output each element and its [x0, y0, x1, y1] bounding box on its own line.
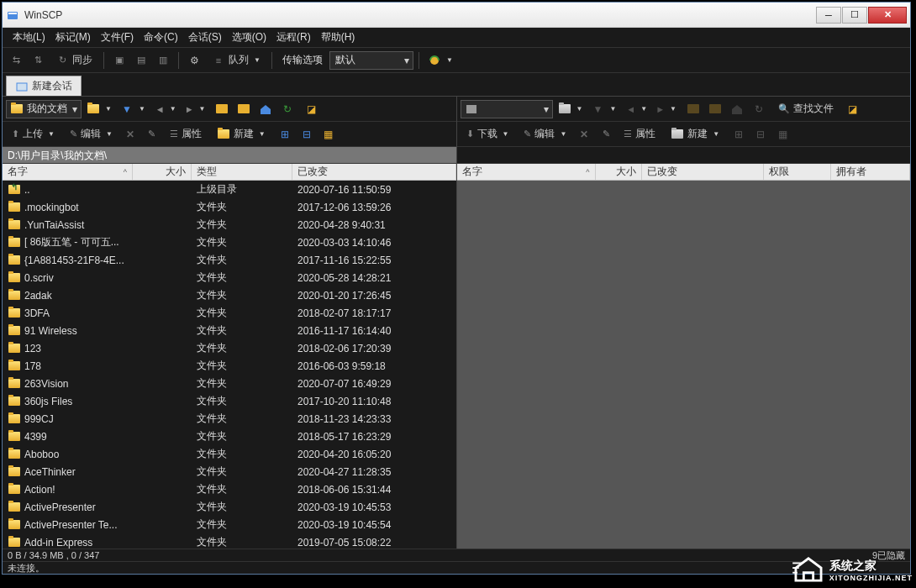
file-row[interactable]: 91 Wireless文件夹2016-11-17 16:14:40 — [3, 322, 456, 339]
local-props-button[interactable]: ☰属性 — [164, 124, 208, 144]
toolbar-refresh-remote[interactable]: ▼ — [424, 50, 456, 71]
remote-minus-icon[interactable]: ⊟ — [750, 124, 771, 144]
remote-plus-icon[interactable]: ⊞ — [729, 124, 749, 144]
local-drive-combo[interactable]: 我的文档▾ — [6, 100, 82, 118]
remote-hdr-owner[interactable]: 拥有者 — [831, 164, 911, 180]
file-row[interactable]: 3DFA文件夹2018-02-07 18:17:17 — [3, 304, 456, 322]
remote-hdr-rights[interactable]: 权限 — [764, 164, 831, 180]
upload-button[interactable]: ⬆上传▼ — [6, 124, 61, 144]
file-type: 文件夹 — [192, 218, 292, 232]
file-row[interactable]: ActivePresenter Te...文件夹2020-03-19 10:45… — [3, 516, 456, 533]
remote-back-icon[interactable]: ◄▼ — [623, 99, 650, 119]
menu-mark[interactable]: 标记(M) — [50, 28, 96, 47]
remote-rename-icon[interactable]: ✎ — [596, 124, 616, 144]
file-row[interactable]: 0.scriv文件夹2020-05-28 14:28:21 — [3, 269, 456, 286]
remote-hdr-changed[interactable]: 已改变 — [642, 164, 764, 180]
local-hdr-size[interactable]: 大小 — [133, 164, 192, 180]
file-name: 91 Wireless — [24, 325, 77, 337]
remote-fwd-icon[interactable]: ►▼ — [652, 99, 680, 119]
toolbar-icon4[interactable]: ▤ — [131, 50, 151, 71]
file-row[interactable]: AceThinker文件夹2020-04-27 11:28:35 — [3, 463, 456, 480]
download-button[interactable]: ⬇下载▼ — [461, 124, 515, 144]
local-fwd-icon[interactable]: ►▼ — [182, 99, 209, 119]
remote-folder-open-icon[interactable]: ▼ — [555, 99, 587, 119]
titlebar[interactable]: WinSCP ─ ☐ ✕ — [3, 3, 910, 28]
menu-file[interactable]: 文件(F) — [96, 28, 139, 47]
menu-remote[interactable]: 远程(R) — [271, 28, 316, 47]
remote-hdr-size[interactable]: 大小 — [596, 164, 642, 180]
local-plus-icon[interactable]: ⊞ — [275, 124, 295, 144]
remote-filter-icon[interactable]: ▼▼ — [587, 99, 619, 119]
menu-command[interactable]: 命令(C) — [139, 28, 183, 47]
remote-drive-combo[interactable]: ▾ — [461, 100, 553, 118]
menu-session[interactable]: 会话(S) — [183, 28, 227, 47]
file-row[interactable]: Aboboo文件夹2020-04-20 16:05:20 — [3, 445, 456, 463]
settings-button[interactable]: ⚙ — [184, 50, 204, 71]
sync-button[interactable]: ↻同步 — [50, 50, 98, 71]
remote-hdr-name[interactable]: 名字^ — [457, 164, 596, 180]
remote-refresh-icon[interactable]: ↻ — [749, 99, 769, 119]
local-root-icon[interactable] — [234, 99, 254, 119]
file-row[interactable]: .YunTaiAssist文件夹2020-04-28 9:40:31 — [3, 216, 456, 234]
local-hdr-changed[interactable]: 已改变 — [292, 164, 456, 180]
remote-edit-button[interactable]: ✎编辑▼ — [518, 124, 572, 144]
toolbar-icon3[interactable]: ▣ — [109, 50, 129, 71]
find-files-button[interactable]: 🔍查找文件 — [772, 99, 840, 119]
file-row[interactable]: 2adak文件夹2020-01-20 17:26:45 — [3, 286, 456, 304]
file-row[interactable]: [ 86版五笔 - 可可五...文件夹2020-03-03 14:10:46 — [3, 234, 456, 251]
maximize-button[interactable]: ☐ — [842, 7, 867, 24]
file-row[interactable]: 360js Files文件夹2017-10-20 11:10:48 — [3, 392, 456, 410]
remote-filelist[interactable] — [457, 181, 911, 549]
local-delete-icon[interactable]: ✕ — [120, 124, 140, 144]
file-row[interactable]: 4399文件夹2018-05-17 16:23:29 — [3, 428, 456, 445]
toolbar-icon2[interactable]: ⇅ — [28, 50, 48, 71]
remote-delete-icon[interactable]: ✕ — [574, 124, 594, 144]
local-minus-icon[interactable]: ⊟ — [297, 124, 317, 144]
remote-path[interactable] — [457, 147, 911, 164]
new-session-tab[interactable]: 新建会话 — [6, 76, 82, 96]
menu-help[interactable]: 帮助(H) — [316, 28, 361, 47]
local-path[interactable]: D:\用户目录\我的文档\ — [3, 147, 456, 164]
local-new-button[interactable]: 新建▼ — [211, 124, 271, 144]
remote-up-icon[interactable] — [683, 99, 703, 119]
local-sync-browse-icon[interactable]: ◪ — [301, 99, 321, 119]
local-edit-button[interactable]: ✎编辑▼ — [64, 124, 118, 144]
file-row[interactable]: ..上级目录2020-07-16 11:50:59 — [3, 181, 456, 198]
local-home-icon[interactable] — [255, 99, 276, 119]
close-button[interactable]: ✕ — [868, 7, 907, 24]
file-row[interactable]: .mockingbot文件夹2017-12-06 13:59:26 — [3, 198, 456, 216]
local-folder-open-icon[interactable]: ▼ — [83, 99, 115, 119]
remote-root-icon[interactable] — [705, 99, 725, 119]
local-hdr-name[interactable]: 名字^ — [3, 164, 133, 180]
local-rename-icon[interactable]: ✎ — [142, 124, 162, 144]
local-filelist[interactable]: ..上级目录2020-07-16 11:50:59.mockingbot文件夹2… — [3, 181, 456, 549]
file-row[interactable]: {1A881453-21F8-4E...文件夹2017-11-16 15:22:… — [3, 251, 456, 269]
remote-new-button[interactable]: 新建▼ — [665, 124, 725, 144]
file-type: 文件夹 — [192, 447, 292, 461]
local-filter-icon[interactable]: ▼▼ — [117, 99, 149, 119]
menu-options[interactable]: 选项(O) — [227, 28, 271, 47]
local-back-icon[interactable]: ◄▼ — [152, 99, 180, 119]
local-hdr-type[interactable]: 类型 — [192, 164, 292, 180]
local-refresh-icon[interactable]: ↻ — [277, 99, 297, 119]
toolbar-icon5[interactable]: ▥ — [153, 50, 173, 71]
transfer-select[interactable]: 默认 — [329, 51, 413, 70]
toolbar-icon1[interactable]: ⇆ — [6, 50, 26, 71]
file-row[interactable]: 999CJ文件夹2018-11-23 14:23:33 — [3, 410, 456, 428]
file-row[interactable]: 263Vision文件夹2020-07-07 16:49:29 — [3, 375, 456, 392]
file-row[interactable]: 123文件夹2018-02-06 17:20:39 — [3, 339, 456, 357]
file-row[interactable]: ActivePresenter文件夹2020-03-19 10:45:53 — [3, 498, 456, 516]
minimize-button[interactable]: ─ — [816, 7, 841, 24]
file-row[interactable]: Add-in Express文件夹2019-07-05 15:08:22 — [3, 533, 456, 549]
file-changed: 2017-12-06 13:59:26 — [292, 202, 456, 213]
queue-button[interactable]: ≡队列▼ — [206, 50, 266, 71]
local-up-icon[interactable] — [212, 99, 232, 119]
remote-home-icon[interactable] — [727, 99, 747, 119]
remote-props-button[interactable]: ☰属性 — [618, 124, 661, 144]
remote-sync-browse-icon[interactable]: ◪ — [843, 99, 863, 119]
file-row[interactable]: Action!文件夹2018-06-06 15:31:44 — [3, 480, 456, 498]
menu-local[interactable]: 本地(L) — [8, 28, 50, 47]
local-view-icon[interactable]: ▦ — [318, 124, 339, 144]
file-row[interactable]: 178文件夹2016-06-03 9:59:18 — [3, 357, 456, 375]
remote-view-icon[interactable]: ▦ — [772, 124, 792, 144]
